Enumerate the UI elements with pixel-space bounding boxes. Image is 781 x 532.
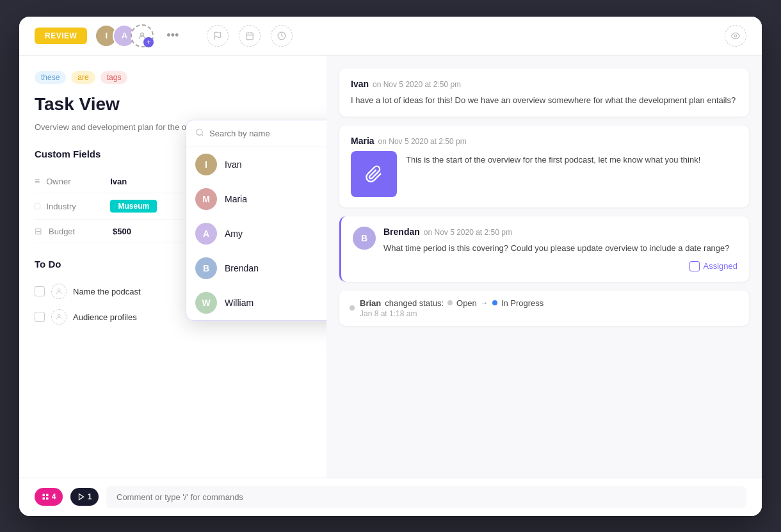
person-william[interactable]: W William bbox=[186, 286, 326, 320]
toolbar-icons bbox=[207, 25, 293, 47]
comment-brendan: B Brendan on Nov 5 2020 at 2:50 pm What … bbox=[339, 216, 749, 282]
comment-brendan-header: Brendan on Nov 5 2020 at 2:50 pm bbox=[383, 227, 737, 237]
status-change-line: Brian changed status: Open → In Progress bbox=[360, 298, 543, 308]
search-icon bbox=[195, 128, 204, 139]
comment-maria: Maria on Nov 5 2020 at 2:50 pm This is t… bbox=[339, 125, 749, 207]
badge-app1[interactable]: 4 bbox=[35, 488, 63, 506]
right-panel: Ivan on Nov 5 2020 at 2:50 pm I have a l… bbox=[326, 56, 762, 478]
avatar-william-dropdown: W bbox=[195, 292, 217, 314]
app-window: REVIEW I A + ••• bbox=[19, 17, 762, 516]
comment-brendan-time: on Nov 5 2020 at 2:50 pm bbox=[424, 228, 512, 237]
svg-rect-14 bbox=[42, 497, 45, 500]
industry-icon: □ bbox=[35, 201, 40, 211]
more-button[interactable]: ••• bbox=[166, 29, 179, 42]
comment-brendan-text: What time period is this covering? Could… bbox=[383, 242, 737, 255]
industry-label: Industry bbox=[46, 202, 110, 211]
person-amy[interactable]: A Amy bbox=[186, 216, 326, 251]
tag-these[interactable]: these bbox=[35, 71, 66, 84]
left-panel: these are tags Task View Overview and de… bbox=[19, 56, 326, 478]
industry-value[interactable]: Museum bbox=[110, 200, 157, 213]
todo-text-1: Name the podcast bbox=[73, 287, 141, 296]
person-ivan[interactable]: I Ivan bbox=[186, 147, 326, 182]
status-to: In Progress bbox=[501, 298, 543, 308]
people-dropdown: I Ivan M Maria A Amy B Brendan W Willi bbox=[186, 120, 326, 321]
comment-ivan-time: on Nov 5 2020 at 2:50 pm bbox=[373, 80, 461, 89]
svg-line-11 bbox=[202, 134, 204, 136]
svg-point-7 bbox=[734, 35, 737, 37]
comment-input[interactable] bbox=[106, 486, 746, 508]
comment-maria-author: Maria bbox=[351, 136, 374, 146]
person-brendan[interactable]: B Brendan bbox=[186, 251, 326, 286]
comment-maria-header: Maria on Nov 5 2020 at 2:50 pm bbox=[351, 136, 737, 146]
calendar-button[interactable] bbox=[239, 25, 261, 47]
review-badge: REVIEW bbox=[35, 28, 87, 44]
badge-app2[interactable]: 1 bbox=[70, 488, 99, 506]
person-name-brendan: Brendan bbox=[225, 263, 259, 273]
status-arrow: → bbox=[481, 298, 488, 307]
page-title: Task View bbox=[35, 94, 311, 115]
comment-brendan-content: Brendan on Nov 5 2020 at 2:50 pm What ti… bbox=[383, 227, 737, 271]
todo-assignee-1 bbox=[51, 284, 67, 299]
status-change-action: changed status: bbox=[385, 298, 444, 308]
budget-label: Budget bbox=[49, 227, 113, 236]
tag-tags[interactable]: tags bbox=[101, 71, 128, 84]
attachment-thumbnail[interactable] bbox=[351, 151, 397, 197]
todo-assignee-2 bbox=[51, 309, 67, 325]
svg-rect-13 bbox=[46, 494, 49, 497]
todo-text-2: Audience profiles bbox=[73, 312, 137, 322]
toolbar: REVIEW I A + ••• bbox=[19, 17, 762, 56]
tag-are[interactable]: are bbox=[71, 71, 95, 84]
status-change-time: Jan 8 at 1:18 am bbox=[360, 309, 543, 318]
status-progress-dot bbox=[492, 300, 497, 305]
add-member-button[interactable]: + bbox=[131, 24, 154, 47]
badge2-count: 1 bbox=[88, 492, 92, 501]
comment-ivan: Ivan on Nov 5 2020 at 2:50 pm I have a l… bbox=[339, 69, 749, 117]
comment-ivan-author: Ivan bbox=[351, 79, 369, 89]
budget-value[interactable]: $500 bbox=[113, 227, 131, 236]
eye-button[interactable] bbox=[725, 25, 746, 47]
person-name-amy: Amy bbox=[225, 229, 243, 239]
svg-point-8 bbox=[58, 289, 60, 291]
svg-rect-12 bbox=[42, 494, 45, 497]
add-icon: + bbox=[143, 37, 154, 47]
svg-point-0 bbox=[141, 33, 144, 36]
person-name-william: William bbox=[225, 298, 254, 308]
svg-rect-15 bbox=[46, 497, 49, 500]
comment-ivan-header: Ivan on Nov 5 2020 at 2:50 pm bbox=[351, 79, 737, 89]
avatar-amy-dropdown: A bbox=[195, 223, 217, 245]
avatar-ivan-dropdown: I bbox=[195, 154, 217, 175]
person-name-ivan: Ivan bbox=[225, 159, 241, 170]
flag-button[interactable] bbox=[207, 25, 229, 47]
avatar-maria-dropdown: M bbox=[195, 188, 217, 210]
avatar-brendan: B bbox=[353, 227, 376, 250]
svg-point-9 bbox=[58, 314, 60, 317]
person-maria[interactable]: M Maria bbox=[186, 182, 326, 216]
status-open-dot bbox=[447, 300, 453, 305]
comment-maria-text: This is the start of the overview for th… bbox=[406, 154, 700, 166]
comment-maria-time: on Nov 5 2020 at 2:50 pm bbox=[378, 137, 467, 146]
status-change-body: Brian changed status: Open → In Progress… bbox=[360, 298, 543, 318]
assigned-section: Assigned bbox=[383, 261, 737, 271]
search-input[interactable] bbox=[209, 129, 326, 138]
clock-button[interactable] bbox=[271, 25, 293, 47]
person-name-maria: Maria bbox=[225, 194, 247, 204]
owner-value[interactable]: Ivan bbox=[110, 177, 127, 186]
avatar-group: I A + bbox=[95, 24, 154, 47]
svg-marker-16 bbox=[79, 494, 83, 500]
owner-label: Owner bbox=[46, 177, 110, 186]
search-box bbox=[186, 120, 326, 147]
status-from: Open bbox=[456, 298, 477, 308]
badge1-count: 4 bbox=[52, 492, 56, 501]
svg-rect-2 bbox=[246, 33, 254, 40]
assigned-checkbox[interactable] bbox=[689, 261, 700, 271]
tags-row: these are tags bbox=[35, 71, 311, 84]
owner-icon: ≡ bbox=[35, 176, 40, 186]
svg-point-10 bbox=[197, 129, 202, 134]
todo-checkbox-1[interactable] bbox=[35, 286, 45, 296]
comment-brendan-author: Brendan bbox=[383, 227, 420, 237]
comment-ivan-text: I have a lot of ideas for this! Do we ha… bbox=[351, 94, 737, 107]
budget-icon: ⊟ bbox=[35, 226, 42, 236]
status-change-dot bbox=[350, 305, 355, 310]
comment-maria-body: This is the start of the overview for th… bbox=[351, 151, 737, 197]
todo-checkbox-2[interactable] bbox=[35, 312, 45, 322]
